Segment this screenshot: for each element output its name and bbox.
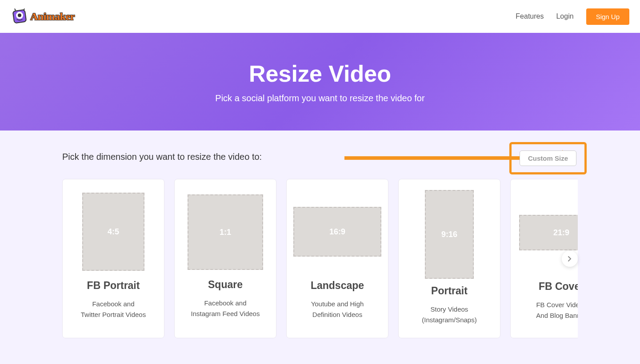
logo-text: Animaker: [30, 11, 75, 23]
nav-login[interactable]: Login: [556, 12, 573, 20]
card-desc: FB Cover Videos And Blog Banner: [536, 300, 578, 321]
card-portrait[interactable]: 9:16 Portrait Story Videos (Instagram/Sn…: [398, 179, 500, 338]
ratio-text: 9:16: [441, 230, 457, 239]
ratio-text: 16:9: [329, 227, 345, 237]
ratio-box: 21:9: [519, 215, 578, 250]
logo[interactable]: Animaker: [11, 8, 75, 25]
hero-subtitle: Pick a social platform you want to resiz…: [215, 93, 424, 103]
custom-size-highlight: Custom Size: [509, 142, 587, 174]
scroll-right-button[interactable]: [562, 251, 578, 267]
animaker-logo-icon: [11, 8, 28, 25]
card-title: Portrait: [431, 285, 468, 297]
nav-right: Features Login Sign Up: [516, 8, 629, 25]
ratio-text: 4:5: [108, 227, 119, 237]
ratio-box: 4:5: [82, 193, 144, 271]
ratio-box: 16:9: [293, 207, 381, 257]
custom-size-button[interactable]: Custom Size: [520, 150, 576, 166]
card-fb-portrait[interactable]: 4:5 FB Portrait Facebook and Twitter Por…: [62, 179, 164, 338]
nav-features[interactable]: Features: [516, 12, 544, 20]
chevron-right-icon: [568, 256, 572, 262]
hero: Resize Video Pick a social platform you …: [0, 33, 640, 131]
card-landscape[interactable]: 16:9 Landscape Youtube and High Definiti…: [286, 179, 388, 338]
ratio-text: 1:1: [220, 228, 231, 237]
card-title: FB Portrait: [87, 280, 140, 292]
card-desc: Youtube and High Definition Videos: [311, 299, 364, 320]
signup-button[interactable]: Sign Up: [586, 8, 629, 25]
card-title: FB Cover: [539, 281, 578, 293]
hero-title: Resize Video: [249, 60, 391, 87]
cards-row: 4:5 FB Portrait Facebook and Twitter Por…: [62, 179, 578, 338]
card-title: Square: [208, 279, 243, 291]
svg-point-2: [18, 14, 21, 17]
card-square[interactable]: 1:1 Square Facebook and Instagram Feed V…: [174, 179, 276, 338]
ratio-text: 21:9: [553, 228, 569, 237]
main-section: Pick the dimension you want to resize th…: [0, 131, 640, 364]
ratio-box: 1:1: [188, 194, 263, 270]
ratio-box: 9:16: [425, 190, 474, 279]
card-desc: Story Videos (Instagram/Snaps): [422, 304, 476, 325]
dimension-label: Pick the dimension you want to resize th…: [62, 152, 262, 162]
main-header: Pick the dimension you want to resize th…: [62, 152, 578, 162]
card-desc: Facebook and Instagram Feed Videos: [191, 298, 260, 319]
card-desc: Facebook and Twitter Portrait Videos: [81, 299, 146, 320]
cards-container: 4:5 FB Portrait Facebook and Twitter Por…: [62, 179, 578, 338]
navbar: Animaker Features Login Sign Up: [0, 0, 640, 33]
card-title: Landscape: [311, 280, 364, 292]
